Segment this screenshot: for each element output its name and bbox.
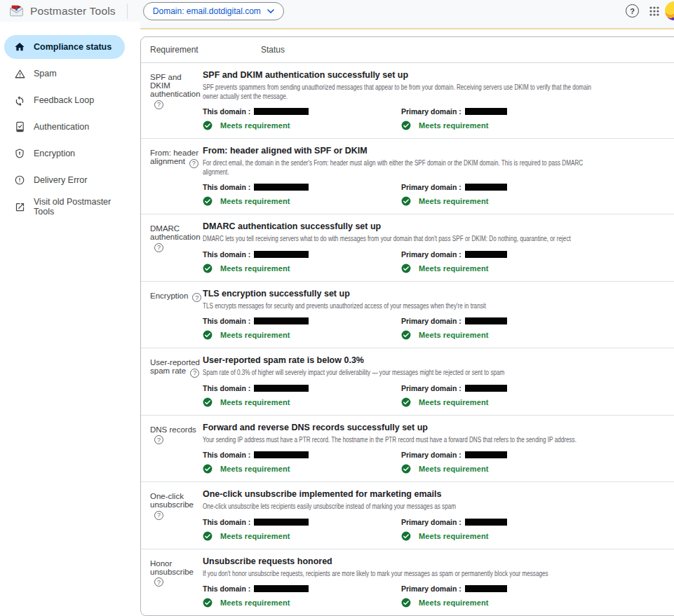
- help-icon[interactable]: ?: [189, 159, 198, 168]
- primary-domain-block: Primary domain :: [401, 584, 600, 593]
- this-domain-block: This domain :: [203, 384, 401, 392]
- status-cell: DMARC authentication successfully set up…: [203, 214, 674, 281]
- primary-domain-status: Meets requirement: [401, 121, 600, 130]
- meets-requirement-text: Meets requirement: [419, 398, 489, 406]
- redacted-this-domain-value: [254, 385, 309, 392]
- sidebar-item-authentication[interactable]: Authentication: [4, 115, 125, 139]
- chevron-down-icon: [267, 9, 274, 13]
- primary-domain-label: Primary domain :: [401, 250, 461, 259]
- check-circle-icon: [203, 531, 213, 541]
- requirement-cell: User-reported spam rate?: [141, 348, 203, 415]
- sidebar-item-label: Delivery Error: [34, 175, 87, 185]
- check-circle-icon: [401, 464, 411, 474]
- primary-domain-label: Primary domain :: [401, 451, 461, 459]
- status-title: DMARC authentication successfully set up: [203, 221, 674, 231]
- primary-domain-status: Meets requirement: [401, 263, 600, 273]
- primary-domain-label: Primary domain :: [401, 584, 461, 593]
- sidebar-item-label: Visit old Postmaster Tools: [34, 197, 125, 217]
- check-circle-icon: [401, 531, 411, 541]
- status-title: Forward and reverse DNS records successf…: [203, 423, 674, 432]
- check-circle-icon: [401, 196, 411, 206]
- this-domain-label: This domain :: [203, 317, 250, 325]
- this-domain-block: This domain :: [203, 250, 401, 259]
- check-circle-icon: [401, 598, 411, 608]
- requirement-label: DNS records: [150, 425, 196, 434]
- status-cell: Unsubscribe requests honored If you don'…: [203, 549, 674, 616]
- requirement-label: Honor unsubscribe: [150, 559, 194, 576]
- meets-requirement-text: Meets requirement: [220, 121, 290, 130]
- this-domain-block: This domain :: [203, 317, 401, 325]
- check-circle-icon: [401, 263, 411, 273]
- table-row: SPF and DKIM authentication? SPF and DKI…: [141, 63, 674, 139]
- status-title: SPF and DKIM authentication successfully…: [203, 70, 674, 80]
- redacted-primary-domain-value: [465, 451, 507, 458]
- help-icon[interactable]: ?: [154, 435, 163, 444]
- table-row: DNS records? Forward and reverse DNS rec…: [141, 416, 674, 483]
- meets-requirement-text: Meets requirement: [220, 598, 290, 607]
- status-description: DMARC lets you tell receiving servers wh…: [203, 235, 591, 244]
- redacted-primary-domain-value: [465, 251, 507, 258]
- sidebar-item-visit-old-postmaster-tools[interactable]: Visit old Postmaster Tools: [4, 195, 125, 219]
- sidebar-item-feedback-loop[interactable]: Feedback Loop: [4, 88, 125, 112]
- help-icon[interactable]: ?: [154, 511, 163, 520]
- requirement-label: DMARC authentication: [150, 224, 201, 241]
- help-icon[interactable]: ?: [154, 100, 163, 109]
- table-row: DMARC authentication? DMARC authenticati…: [141, 214, 674, 282]
- help-icon[interactable]: ?: [154, 577, 163, 587]
- this-domain-status: Meets requirement: [203, 531, 401, 541]
- sidebar-item-label: Compliance status: [34, 42, 112, 52]
- status-cell: User-reported spam rate is below 0.3% Sp…: [203, 348, 674, 415]
- meets-requirement-text: Meets requirement: [419, 197, 489, 205]
- redacted-this-domain-value: [254, 585, 309, 592]
- status-cell: Forward and reverse DNS records successf…: [203, 416, 674, 482]
- status-description: For direct email, the domain in the send…: [203, 159, 591, 177]
- redacted-this-domain-value: [254, 108, 309, 115]
- status-description: Your sending IP address must have a PTR …: [203, 436, 591, 445]
- check-circle-icon: [203, 121, 213, 130]
- error-circle-icon: [13, 174, 26, 186]
- help-icon[interactable]: ?: [626, 4, 639, 18]
- requirement-cell: SPF and DKIM authentication?: [141, 63, 203, 138]
- requirement-status-row: Meets requirement Meets requirement: [203, 464, 674, 474]
- meets-requirement-text: Meets requirement: [419, 264, 489, 273]
- apps-grid-icon[interactable]: [647, 4, 661, 18]
- requirement-status-row: Meets requirement Meets requirement: [203, 598, 674, 608]
- sidebar-item-compliance-status[interactable]: Compliance status: [4, 35, 125, 59]
- help-icon[interactable]: ?: [190, 369, 199, 378]
- table-header: Requirement Status: [141, 37, 674, 63]
- primary-domain-label: Primary domain :: [401, 317, 461, 325]
- status-cell: SPF and DKIM authentication successfully…: [203, 63, 674, 138]
- status-title: User-reported spam rate is below 0.3%: [203, 355, 674, 365]
- domain-row: This domain : Primary domain :: [203, 518, 674, 526]
- sidebar-item-encryption[interactable]: Encryption: [4, 142, 125, 165]
- primary-domain-status: Meets requirement: [401, 464, 600, 474]
- sidebar-item-spam[interactable]: Spam: [4, 62, 125, 85]
- requirement-status-row: Meets requirement Meets requirement: [203, 330, 674, 340]
- help-icon[interactable]: ?: [192, 293, 201, 302]
- requirement-cell: Honor unsubscribe?: [141, 549, 203, 616]
- table-row: Honor unsubscribe? Unsubscribe requests …: [141, 549, 674, 616]
- help-icon[interactable]: ?: [154, 243, 163, 252]
- primary-domain-block: Primary domain :: [401, 451, 600, 459]
- sidebar-item-delivery-error[interactable]: Delivery Error: [4, 168, 125, 192]
- this-domain-label: This domain :: [203, 518, 250, 526]
- primary-domain-block: Primary domain :: [401, 384, 600, 392]
- this-domain-status: Meets requirement: [203, 121, 401, 130]
- this-domain-label: This domain :: [203, 584, 250, 593]
- meets-requirement-text: Meets requirement: [419, 598, 489, 607]
- primary-domain-status: Meets requirement: [401, 196, 600, 206]
- top-app-bar: Postmaster Tools Domain: email.dotdigita…: [0, 0, 674, 22]
- requirement-cell: DNS records?: [141, 416, 203, 482]
- domain-row: This domain : Primary domain :: [203, 451, 674, 459]
- meets-requirement-text: Meets requirement: [419, 331, 489, 339]
- tan-divider-line: [130, 28, 674, 29]
- domain-selector-dropdown[interactable]: Domain: email.dotdigital.com: [143, 2, 284, 20]
- status-description: TLS encrypts messages for security and p…: [203, 302, 591, 311]
- this-domain-label: This domain :: [203, 451, 250, 459]
- domain-row: This domain : Primary domain :: [203, 317, 674, 325]
- user-avatar[interactable]: [665, 1, 674, 20]
- redacted-primary-domain-value: [465, 585, 507, 592]
- requirement-cell: One-click unsubscribe?: [141, 482, 203, 549]
- check-circle-icon: [401, 121, 411, 130]
- status-description: Spam rate of 0.3% of higher will severel…: [203, 369, 591, 378]
